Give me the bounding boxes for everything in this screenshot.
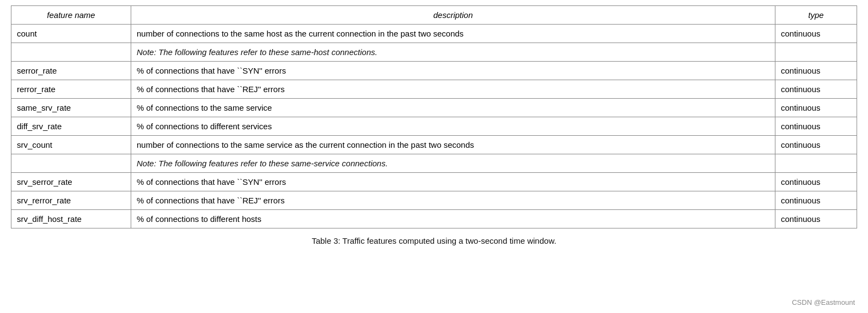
table-caption: Table 3: Traffic features computed using…: [311, 236, 556, 245]
table-row: countnumber of connections to the same h…: [11, 25, 857, 43]
header-feature: feature name: [11, 6, 131, 25]
table-row: same_srv_rate% of connections to the sam…: [11, 99, 857, 117]
cell-description: Note: The following features refer to th…: [131, 154, 775, 173]
cell-feature: same_srv_rate: [11, 99, 131, 117]
cell-type: continuous: [775, 191, 857, 210]
table-header-row: feature name description type: [11, 6, 857, 25]
cell-description: number of connections to the same servic…: [131, 136, 775, 154]
cell-description: Note: The following features refer to th…: [131, 43, 775, 62]
cell-feature: serror_rate: [11, 62, 131, 80]
table-row: srv_countnumber of connections to the sa…: [11, 136, 857, 154]
cell-feature: count: [11, 25, 131, 43]
cell-feature: [11, 154, 131, 173]
cell-type: continuous: [775, 99, 857, 117]
cell-description: % of connections that have ``REJ'' error…: [131, 191, 775, 210]
cell-description: number of connections to the same host a…: [131, 25, 775, 43]
table-row: Note: The following features refer to th…: [11, 154, 857, 173]
cell-description: % of connections that have ``SYN'' error…: [131, 173, 775, 191]
cell-type: continuous: [775, 136, 857, 154]
watermark: CSDN @Eastmount: [792, 298, 855, 306]
header-type: type: [775, 6, 857, 25]
table-row: serror_rate% of connections that have ``…: [11, 62, 857, 80]
cell-description: % of connections to different hosts: [131, 210, 775, 228]
cell-type: continuous: [775, 117, 857, 136]
cell-feature: srv_count: [11, 136, 131, 154]
cell-type: [775, 154, 857, 173]
cell-type: continuous: [775, 173, 857, 191]
cell-feature: rerror_rate: [11, 80, 131, 99]
table-row: srv_diff_host_rate% of connections to di…: [11, 210, 857, 228]
cell-type: continuous: [775, 210, 857, 228]
cell-type: continuous: [775, 80, 857, 99]
cell-feature: srv_serror_rate: [11, 173, 131, 191]
cell-feature: srv_diff_host_rate: [11, 210, 131, 228]
table-row: rerror_rate% of connections that have ``…: [11, 80, 857, 99]
cell-description: % of connections that have ``REJ'' error…: [131, 80, 775, 99]
header-description: description: [131, 6, 775, 25]
table-row: diff_srv_rate% of connections to differe…: [11, 117, 857, 136]
cell-feature: diff_srv_rate: [11, 117, 131, 136]
cell-description: % of connections that have ``SYN'' error…: [131, 62, 775, 80]
table-row: srv_rerror_rate% of connections that hav…: [11, 191, 857, 210]
cell-description: % of connections to the same service: [131, 99, 775, 117]
cell-feature: [11, 43, 131, 62]
cell-type: continuous: [775, 25, 857, 43]
cell-type: continuous: [775, 62, 857, 80]
cell-type: [775, 43, 857, 62]
cell-feature: srv_rerror_rate: [11, 191, 131, 210]
traffic-features-table: feature name description type countnumbe…: [11, 5, 857, 228]
table-row: srv_serror_rate% of connections that hav…: [11, 173, 857, 191]
table-row: Note: The following features refer to th…: [11, 43, 857, 62]
cell-description: % of connections to different services: [131, 117, 775, 136]
